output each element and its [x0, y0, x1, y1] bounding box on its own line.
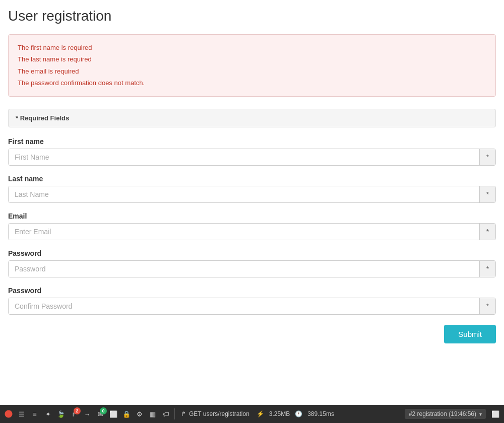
first-name-group: First name *	[8, 137, 496, 166]
error-password-confirmation: The password confirmation does not match…	[18, 77, 486, 89]
confirm-password-input-wrapper: *	[8, 298, 496, 315]
last-name-group: Last name *	[8, 175, 496, 203]
confirm-password-input[interactable]	[9, 298, 479, 314]
email-group: Email *	[8, 212, 496, 240]
email-input[interactable]	[9, 224, 479, 240]
error-first-name: The first name is required	[18, 42, 486, 53]
page-title: User registration	[8, 8, 496, 24]
first-name-input[interactable]	[9, 149, 479, 165]
password-required-marker: *	[479, 261, 495, 277]
required-fields-notice: * Required Fields	[8, 109, 496, 127]
error-message-box: The first name is required The last name…	[8, 34, 496, 97]
last-name-input[interactable]	[9, 186, 479, 202]
password-group: Password *	[8, 249, 496, 277]
confirm-password-group: Password *	[8, 287, 496, 315]
password-input-wrapper: *	[8, 260, 496, 277]
password-label: Password	[8, 249, 496, 257]
submit-button[interactable]: Submit	[444, 325, 496, 343]
email-required-marker: *	[479, 224, 495, 240]
password-input[interactable]	[9, 261, 479, 277]
submit-row: Submit	[8, 325, 496, 343]
required-fields-label: * Required Fields	[16, 114, 69, 122]
confirm-password-label: Password	[8, 287, 496, 295]
last-name-required-marker: *	[479, 186, 495, 202]
confirm-password-required-marker: *	[479, 298, 495, 314]
last-name-label: Last name	[8, 175, 496, 183]
email-input-wrapper: *	[8, 223, 496, 240]
first-name-label: First name	[8, 137, 496, 146]
last-name-input-wrapper: *	[8, 186, 496, 203]
error-last-name: The last name is required	[18, 53, 486, 65]
first-name-required-marker: *	[479, 149, 495, 165]
email-label: Email	[8, 212, 496, 220]
error-email: The email is required	[18, 65, 486, 77]
first-name-input-wrapper: *	[8, 149, 496, 166]
